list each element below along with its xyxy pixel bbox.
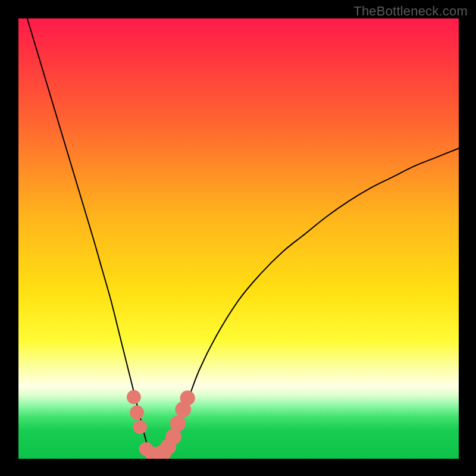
marker-group: [127, 390, 195, 459]
curve-marker: [170, 415, 186, 431]
plot-area: [18, 18, 459, 459]
plot-svg: [18, 18, 459, 459]
curve-marker: [127, 390, 141, 405]
bottleneck-curve: [27, 18, 459, 459]
chart-stage: TheBottleneck.com: [0, 0, 476, 476]
watermark-text: TheBottleneck.com: [353, 4, 468, 19]
curve-marker: [180, 390, 195, 405]
curve-marker: [133, 420, 147, 434]
curve-marker: [130, 405, 144, 419]
